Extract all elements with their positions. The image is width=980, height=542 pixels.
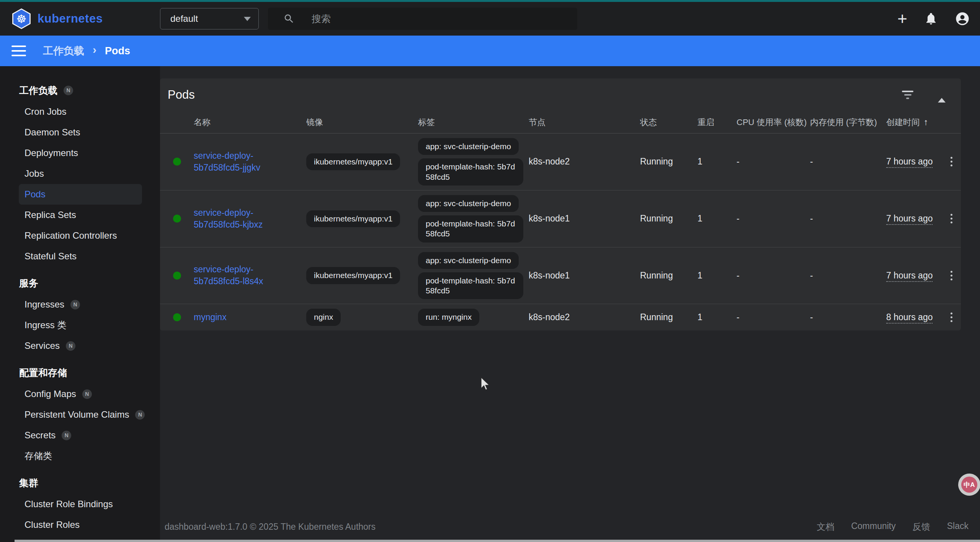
label-chip: pod-template-hash: 5b7d58fcd5 — [418, 215, 523, 243]
sidebar-item-config-maps[interactable]: Config MapsN — [0, 384, 160, 404]
account-button[interactable] — [955, 11, 970, 26]
sidebar-item-ingresses[interactable]: IngressesN — [0, 294, 160, 315]
group-label: 集群 — [19, 477, 38, 489]
footer-link-community[interactable]: Community — [851, 521, 895, 533]
column-header-node: 节点 — [529, 117, 640, 128]
sidebar-item-storage-classes[interactable]: 存储类 — [0, 446, 160, 466]
sidebar-item-cron-jobs[interactable]: Cron Jobs — [0, 101, 160, 122]
row-menu-button[interactable] — [948, 212, 955, 226]
row-menu-button[interactable] — [948, 310, 955, 324]
sidebar-group-service: 服务 — [0, 272, 160, 294]
restarts-cell: 1 — [697, 270, 737, 281]
triangle-up-icon — [938, 92, 946, 103]
new-badge: N — [64, 86, 73, 95]
kubernetes-logo-icon: ☸ — [11, 8, 31, 29]
sidebar-item-ingress-classes[interactable]: Ingress 类 — [0, 315, 160, 335]
new-badge: N — [62, 431, 71, 440]
notifications-button[interactable] — [924, 12, 938, 26]
column-header-created[interactable]: 创建时间↑ — [886, 117, 948, 128]
status-cell: Running — [640, 156, 697, 167]
sidebar-item-services[interactable]: ServicesN — [0, 335, 160, 356]
image-chip: ikubernetes/myapp:v1 — [306, 267, 400, 284]
sidebar-item-deployments[interactable]: Deployments — [0, 143, 160, 163]
menu-toggle-button[interactable] — [11, 46, 26, 56]
breadcrumb-section[interactable]: 工作负载 — [43, 44, 84, 58]
group-label: 服务 — [19, 277, 38, 290]
sidebar-item-jobs[interactable]: Jobs — [0, 163, 160, 184]
search-icon — [283, 13, 295, 24]
table-row: service-deploy-5b7d58fcd5-l8s4x ikuberne… — [160, 247, 961, 304]
cpu-cell: - — [737, 156, 810, 167]
node-cell: k8s-node1 — [529, 270, 640, 281]
footer-link-feedback[interactable]: 反馈 — [913, 521, 930, 533]
sidebar-item-replication-controllers[interactable]: Replication Controllers — [0, 225, 160, 246]
chevron-right-icon: › — [93, 43, 96, 56]
node-cell: k8s-node2 — [529, 156, 640, 167]
sidebar-group-cluster: 集群 — [0, 472, 160, 494]
status-cell: Running — [640, 312, 697, 322]
restarts-cell: 1 — [697, 156, 737, 167]
created-cell: 7 hours ago — [886, 156, 933, 168]
label-chip: app: svc-clusterip-demo — [418, 252, 519, 269]
kubernetes-dashboard: ☸ kubernetes default + — [0, 0, 980, 542]
pod-name-link[interactable]: mynginx — [194, 311, 227, 323]
pods-card: Pods 名称 镜像 标签 节点 状态 重启 — [160, 78, 961, 330]
pod-name-link[interactable]: service-deploy-5b7d58fcd5-jjgkv — [194, 150, 302, 174]
image-chip: nginx — [306, 309, 341, 326]
account-circle-icon — [955, 11, 970, 26]
cpu-cell: - — [737, 270, 810, 281]
memory-cell: - — [810, 156, 886, 167]
image-chip: ikubernetes/myapp:v1 — [306, 153, 400, 170]
new-badge: N — [135, 410, 145, 420]
sidebar-item-replica-sets[interactable]: Replica Sets — [0, 205, 160, 225]
new-badge: N — [70, 300, 80, 309]
breadcrumb-bar: 工作负载 › Pods — [0, 36, 980, 66]
footer-link-docs[interactable]: 文档 — [817, 521, 834, 533]
collapse-card-button[interactable] — [917, 88, 949, 102]
status-running-icon — [173, 313, 181, 321]
memory-cell: - — [810, 312, 886, 322]
memory-cell: - — [810, 270, 886, 281]
created-cell: 7 hours ago — [886, 270, 933, 282]
cpu-cell: - — [737, 312, 810, 322]
pod-name-link[interactable]: service-deploy-5b7d58fcd5-l8s4x — [194, 264, 302, 287]
search-bar[interactable] — [268, 8, 577, 30]
filter-icon — [902, 91, 913, 99]
sort-ascending-icon: ↑ — [924, 117, 928, 127]
restarts-cell: 1 — [697, 312, 737, 322]
sidebar-item-daemon-sets[interactable]: Daemon Sets — [0, 122, 160, 143]
footer-link-slack[interactable]: Slack — [947, 521, 969, 533]
create-resource-button[interactable]: + — [897, 11, 907, 26]
breadcrumb-page: Pods — [105, 45, 130, 57]
chevron-down-icon — [244, 17, 251, 21]
plus-icon: + — [897, 11, 907, 26]
image-chip: ikubernetes/myapp:v1 — [306, 210, 400, 227]
sidebar-item-stateful-sets[interactable]: Stateful Sets — [0, 246, 160, 267]
column-header-memory: 内存使用 (字节数) — [810, 117, 886, 128]
column-header-status: 状态 — [640, 117, 697, 128]
label-chip: run: mynginx — [418, 309, 479, 326]
sidebar-item-cluster-role-bindings[interactable]: Cluster Role Bindings — [0, 494, 160, 514]
row-menu-button[interactable] — [948, 155, 955, 169]
sidebar-item-persistent-volume-claims[interactable]: Persistent Volume ClaimsN — [0, 404, 160, 425]
namespace-selected-value: default — [170, 13, 198, 24]
sidebar-item-cluster-roles[interactable]: Cluster Roles — [0, 514, 160, 535]
filter-button[interactable] — [898, 87, 917, 103]
column-header-name[interactable]: 名称 — [194, 117, 306, 128]
search-input[interactable] — [312, 13, 570, 24]
cpu-cell: - — [737, 213, 810, 224]
card-title: Pods — [168, 88, 195, 102]
row-menu-button[interactable] — [948, 269, 955, 283]
translate-fab-button[interactable]: 中A — [958, 474, 980, 496]
pod-name-link[interactable]: service-deploy-5b7d58fcd5-kjbxz — [194, 207, 302, 231]
memory-cell: - — [810, 213, 886, 224]
label-chip: pod-template-hash: 5b7d58fcd5 — [418, 158, 523, 186]
node-cell: k8s-node2 — [529, 312, 640, 322]
horizontal-scrollbar[interactable] — [15, 540, 980, 542]
translate-icon: 中A — [961, 477, 977, 493]
bell-icon — [924, 12, 938, 26]
sidebar-item-secrets[interactable]: SecretsN — [0, 425, 160, 446]
brand: ☸ kubernetes — [11, 8, 160, 29]
sidebar-item-pods[interactable]: Pods — [19, 184, 142, 205]
namespace-select[interactable]: default — [160, 8, 259, 29]
